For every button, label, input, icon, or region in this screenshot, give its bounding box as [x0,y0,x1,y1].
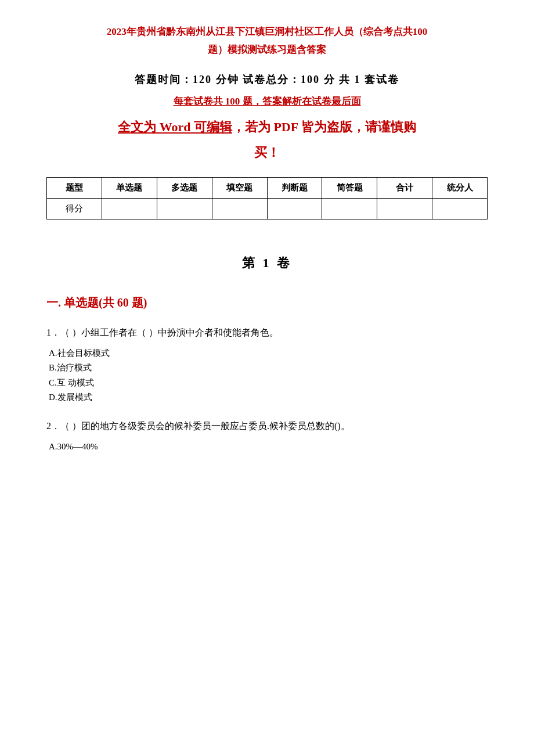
question-2: 2．（ ）团的地方各级委员会的候补委员一般应占委员.候补委员总数的()。 A.3… [46,418,488,454]
col-scorer: 统分人 [432,177,488,198]
score-table: 题型 单选题 多选题 填空题 判断题 简答题 合计 统分人 得分 [46,177,488,219]
exam-info: 答题时间：120 分钟 试卷总分：100 分 共 1 套试卷 [46,73,488,87]
score-multi [157,198,212,219]
question-1-text: 1．（ ）小组工作者在（ ）中扮演中介者和使能者角色。 [46,325,488,341]
question-1-optionB: B.治疗模式 [49,361,488,376]
score-judge [267,198,322,219]
col-judge: 判断题 [267,177,322,198]
warning-part3: 买！ [254,145,280,160]
col-total: 合计 [377,177,432,198]
title-line2: 题）模拟测试练习题含答案 [46,41,488,59]
section1-title: 一. 单选题(共 60 题) [46,295,488,311]
question-2-text: 2．（ ）团的地方各级委员会的候补委员一般应占委员.候补委员总数的()。 [46,418,488,435]
col-short: 简答题 [322,177,377,198]
warning-text: 全文为 Word 可编辑，若为 PDF 皆为盗版，请谨慎购 [46,116,488,138]
question-2-optionA: A.30%—40% [49,440,488,455]
question-1-optionC: C.互 动模式 [49,376,488,391]
question-1-optionD: D.发展模式 [49,390,488,405]
score-fill [212,198,267,219]
warning-part1: 全文为 Word 可编辑 [118,120,232,134]
question-1: 1．（ ）小组工作者在（ ）中扮演中介者和使能者角色。 A.社会目标模式 B.治… [46,325,488,405]
score-label: 得分 [47,198,102,219]
page-title: 2023年贵州省黔东南州从江县下江镇巨洞村社区工作人员（综合考点共100 题）模… [46,23,488,59]
score-table-wrapper: 题型 单选题 多选题 填空题 判断题 简答题 合计 统分人 得分 [46,177,488,219]
col-fill: 填空题 [212,177,267,198]
title-line1: 2023年贵州省黔东南州从江县下江镇巨洞村社区工作人员（综合考点共100 [46,23,488,41]
col-type: 题型 [47,177,102,198]
score-person [432,198,488,219]
volume-label: 第 1 卷 [46,254,488,272]
question-1-optionA: A.社会目标模式 [49,346,488,361]
score-total [377,198,432,219]
col-single: 单选题 [102,177,157,198]
table-header-row: 题型 单选题 多选题 填空题 判断题 简答题 合计 统分人 [47,177,488,198]
table-score-row: 得分 [47,198,488,219]
warning-text-cont: 买！ [46,142,488,163]
warning-part2: ，若为 PDF 皆为盗版，请谨慎购 [232,120,416,134]
score-single [102,198,157,219]
col-multi: 多选题 [157,177,212,198]
score-short [322,198,377,219]
notice-underline: 每套试卷共 100 题，答案解析在试卷最后面 [46,95,488,108]
